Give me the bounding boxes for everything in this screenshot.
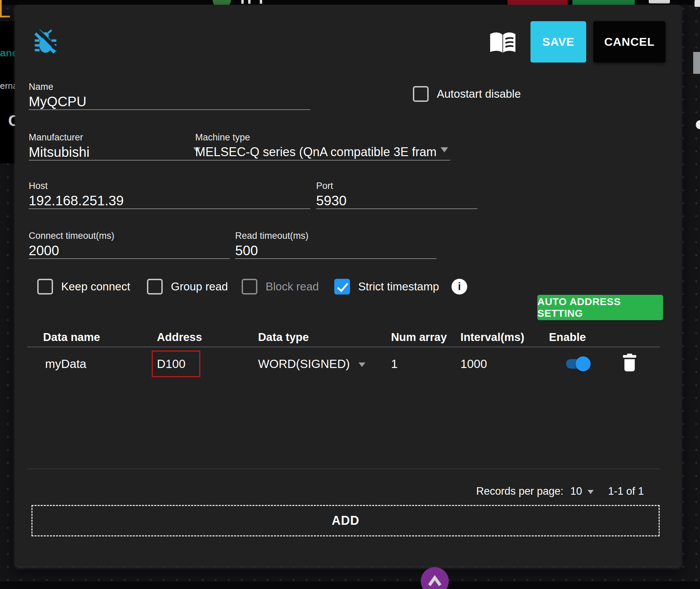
- read-timeout-value[interactable]: 500: [235, 243, 436, 258]
- host-field[interactable]: Host 192.168.251.39: [29, 180, 310, 209]
- manufacturer-value[interactable]: Mitsubishi: [29, 144, 189, 160]
- data-type-value[interactable]: WORD(SIGNED): [258, 357, 350, 371]
- name-value[interactable]: MyQCPU: [29, 94, 310, 109]
- col-header-enable: Enable: [549, 331, 619, 344]
- cell-num-array[interactable]: 1: [391, 357, 460, 371]
- port-value[interactable]: 5930: [316, 193, 477, 208]
- col-header-data-type: Data type: [258, 331, 391, 344]
- background-text-fragment: [241, 0, 244, 4]
- keep-connect-label: Keep connect: [61, 280, 130, 293]
- manufacturer-select[interactable]: Manufacturer Mitsubishi: [29, 132, 203, 161]
- connect-timeout-field[interactable]: Connect timeout(ms) 2000: [29, 230, 230, 259]
- connect-timeout-value[interactable]: 2000: [29, 243, 230, 258]
- enable-toggle[interactable]: [565, 356, 591, 371]
- background-bottom-bar: [0, 581, 700, 589]
- background-panel-label-fragment: anel: [0, 47, 15, 59]
- background-left-panel: [0, 21, 15, 163]
- device-settings-dialog: SAVE CANCEL Name MyQCPU Autostart disabl…: [15, 5, 681, 566]
- group-read-label: Group read: [171, 280, 228, 293]
- background-scrollbar-fragment: [693, 52, 700, 74]
- chevron-down-icon: [588, 490, 594, 494]
- cancel-button[interactable]: CANCEL: [593, 21, 665, 63]
- manufacturer-label: Manufacturer: [29, 132, 189, 143]
- background-selection-corner: [0, 0, 10, 17]
- records-per-page-label: Records per page:: [476, 485, 563, 497]
- block-read-checkbox: Block read: [242, 279, 319, 294]
- cell-data-name[interactable]: myData: [27, 357, 157, 371]
- read-timeout-label: Read timeout(ms): [235, 230, 436, 241]
- machine-type-value[interactable]: MELSEC-Q series (QnA compatible 3E frame…: [195, 144, 436, 160]
- chevron-down-icon: [441, 147, 448, 152]
- table-row: myData D100 WORD(SIGNED) 1 1000: [27, 347, 660, 380]
- cell-address[interactable]: D100: [157, 351, 258, 377]
- background-toolbar-fragment: [695, 0, 700, 7]
- name-field[interactable]: Name MyQCPU: [29, 81, 310, 110]
- col-header-address: Address: [157, 331, 258, 344]
- cell-interval[interactable]: 1000: [460, 357, 549, 371]
- chevron-down-icon: [359, 362, 365, 367]
- page-size-value[interactable]: 10: [570, 485, 582, 497]
- checkbox-box[interactable]: [334, 279, 350, 294]
- col-header-data-name: Data name: [27, 331, 157, 344]
- connect-timeout-label: Connect timeout(ms): [29, 230, 230, 241]
- host-label: Host: [29, 180, 310, 191]
- checkbox-box: [242, 279, 257, 294]
- table-footer-divider: [27, 469, 660, 469]
- auto-address-setting-button[interactable]: AUTO ADDRESS SETTING: [537, 295, 663, 320]
- delete-icon[interactable]: [622, 354, 637, 371]
- docs-book-icon[interactable]: [489, 31, 517, 55]
- col-header-num-array: Num array: [391, 331, 460, 344]
- group-read-checkbox[interactable]: Group read: [147, 279, 228, 294]
- host-value[interactable]: 192.168.251.39: [29, 193, 310, 208]
- read-timeout-field[interactable]: Read timeout(ms) 500: [235, 230, 436, 259]
- toggle-thumb: [576, 356, 591, 371]
- col-header-interval: Interval(ms): [460, 331, 549, 344]
- strict-timestamp-checkbox[interactable]: Strict timestamp: [334, 279, 439, 294]
- checkbox-box[interactable]: [147, 279, 163, 294]
- background-text-fragment: [248, 0, 251, 4]
- name-label: Name: [29, 81, 310, 92]
- page-range-label: 1-1 of 1: [608, 485, 644, 497]
- port-label: Port: [316, 180, 477, 191]
- port-field[interactable]: Port 5930: [316, 180, 477, 209]
- address-highlight-box[interactable]: D100: [152, 351, 200, 377]
- checkbox-box[interactable]: [413, 86, 429, 102]
- autostart-disable-label: Autostart disable: [437, 87, 521, 100]
- paginator: Records per page: 10 1-1 of 1: [476, 482, 644, 500]
- checkbox-box[interactable]: [37, 279, 53, 294]
- cell-actions: [619, 354, 660, 374]
- info-icon[interactable]: i: [452, 279, 467, 294]
- autostart-disable-checkbox[interactable]: Autostart disable: [413, 86, 521, 102]
- background-text-fragment: [260, 0, 262, 4]
- table-header-row: Data name Address Data type Num array In…: [27, 329, 660, 346]
- block-read-label: Block read: [266, 280, 319, 293]
- cell-enable: [549, 356, 619, 371]
- save-button[interactable]: SAVE: [530, 21, 586, 63]
- cell-data-type-select[interactable]: WORD(SIGNED): [258, 357, 391, 371]
- background-text-fragment: erna: [0, 81, 16, 91]
- strict-timestamp-label: Strict timestamp: [358, 280, 439, 293]
- add-tag-button[interactable]: ADD: [31, 505, 660, 536]
- debug-off-icon: [34, 29, 58, 56]
- chevron-up-icon: [425, 574, 444, 589]
- keep-connect-checkbox[interactable]: Keep connect: [37, 279, 130, 294]
- tags-table: Data name Address Data type Num array In…: [27, 329, 660, 380]
- machine-type-label: Machine type: [195, 132, 436, 143]
- machine-type-select[interactable]: Machine type MELSEC-Q series (QnA compat…: [195, 132, 450, 161]
- screen: anel erna C: [0, 0, 700, 589]
- background-toolbar-fragment: [649, 0, 670, 3]
- page-size-select[interactable]: 10: [570, 485, 593, 497]
